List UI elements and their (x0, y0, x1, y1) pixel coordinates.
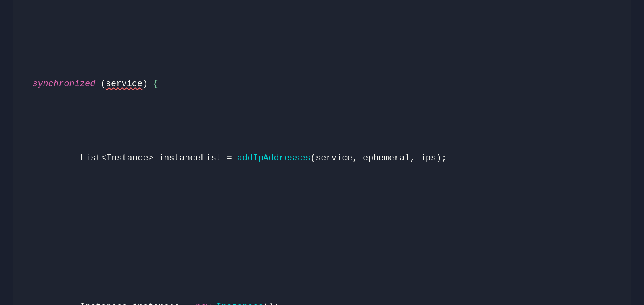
code-content: public void addInstance ( String namespa… (33, 0, 611, 305)
code-line-9: List < Instance > instanceList = addIpAd… (33, 151, 611, 166)
code-editor: public void addInstance ( String namespa… (13, 0, 631, 305)
code-line-empty-4 (33, 225, 611, 240)
code-line-empty-3 (33, 2, 611, 17)
code-line-11: Instances instances = new Instances (); (33, 299, 611, 305)
code-line-8: synchronized ( service ) { (33, 77, 611, 91)
